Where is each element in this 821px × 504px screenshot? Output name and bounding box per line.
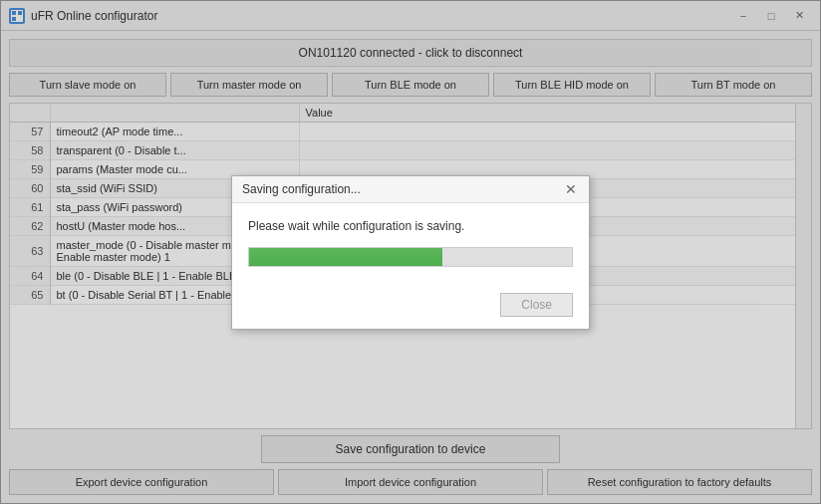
modal-titlebar: Saving configuration... ✕: [232, 176, 589, 203]
progress-bar-fill: [249, 248, 442, 266]
modal-footer: Close: [232, 293, 589, 329]
modal-body: Please wait while configuration is savin…: [232, 203, 589, 293]
modal-close-button[interactable]: Close: [500, 293, 573, 317]
modal-overlay: Saving configuration... ✕ Please wait wh…: [0, 0, 821, 504]
modal-close-x-button[interactable]: ✕: [563, 182, 579, 196]
saving-modal: Saving configuration... ✕ Please wait wh…: [231, 175, 590, 330]
modal-title: Saving configuration...: [242, 182, 361, 196]
progress-bar-container: [248, 247, 573, 267]
modal-message: Please wait while configuration is savin…: [248, 219, 573, 233]
